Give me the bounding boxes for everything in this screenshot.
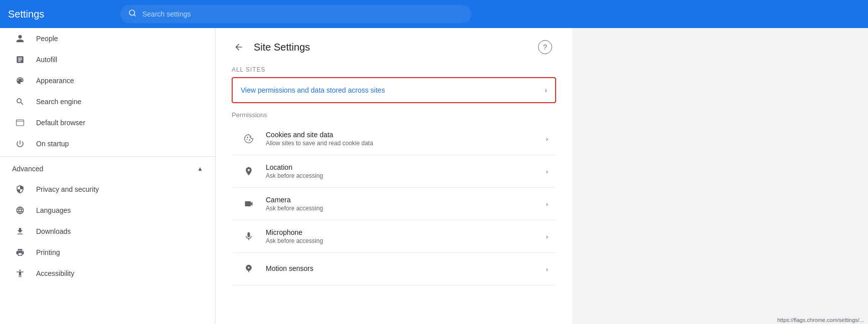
divider	[0, 156, 215, 157]
on-startup-icon	[12, 139, 28, 148]
sidebar: People Autofill Appearance Search engine	[0, 28, 216, 324]
accessibility-icon	[12, 269, 28, 278]
microphone-icon	[240, 227, 258, 245]
sidebar-label-printing: Printing	[36, 248, 60, 256]
sidebar-label-privacy-security: Privacy and security	[36, 185, 99, 193]
advanced-label: Advanced	[12, 165, 43, 173]
sidebar-item-accessibility[interactable]: Accessibility	[0, 263, 215, 284]
svg-point-5	[249, 139, 250, 141]
microphone-subtitle: Ask before accessing	[266, 237, 546, 244]
languages-icon	[12, 206, 28, 215]
advanced-collapse-icon: ▲	[197, 165, 203, 172]
camera-chevron: ›	[546, 200, 548, 208]
camera-title: Camera	[266, 196, 546, 204]
svg-rect-2	[17, 120, 24, 126]
sidebar-item-privacy-security[interactable]: Privacy and security	[0, 179, 215, 200]
back-button[interactable]	[232, 40, 246, 54]
cookies-icon	[240, 130, 258, 148]
cookies-chevron: ›	[546, 135, 548, 143]
sidebar-item-on-startup[interactable]: On startup	[0, 133, 215, 154]
sidebar-advanced-header[interactable]: Advanced ▲	[0, 159, 215, 179]
sidebar-item-autofill[interactable]: Autofill	[0, 49, 215, 70]
sidebar-label-languages: Languages	[36, 206, 71, 214]
sidebar-label-search-engine: Search engine	[36, 98, 81, 106]
motion-sensors-title: Motion sensors	[266, 264, 546, 272]
perm-item-location[interactable]: Location Ask before accessing ›	[232, 155, 556, 188]
cookies-text: Cookies and site data Allow sites to sav…	[266, 131, 546, 147]
location-chevron: ›	[546, 168, 548, 175]
app-title: Settings	[8, 9, 108, 20]
help-icon[interactable]: ?	[538, 40, 552, 54]
motion-sensors-chevron: ›	[546, 265, 548, 273]
sidebar-label-default-browser: Default browser	[36, 119, 85, 127]
right-panel	[572, 28, 868, 324]
location-title: Location	[266, 163, 546, 171]
sidebar-label-autofill: Autofill	[36, 56, 57, 64]
statusbar-url: https://flags.chrome.com/settings/...	[777, 317, 864, 323]
sidebar-label-on-startup: On startup	[36, 140, 69, 148]
motion-sensors-text: Motion sensors	[266, 264, 546, 273]
sidebar-item-people[interactable]: People	[0, 28, 215, 49]
camera-subtitle: Ask before accessing	[266, 205, 546, 212]
microphone-title: Microphone	[266, 228, 546, 236]
sidebar-item-printing[interactable]: Printing	[0, 242, 215, 263]
search-engine-icon	[12, 97, 28, 106]
search-icon	[128, 9, 136, 19]
view-permissions-text: View permissions and data stored across …	[241, 86, 545, 94]
perm-item-motion-sensors[interactable]: Motion sensors ›	[232, 253, 556, 285]
autofill-icon	[12, 55, 28, 64]
content-header: Site Settings ?	[232, 40, 556, 54]
all-sites-label: All sites	[232, 66, 556, 73]
location-icon	[240, 162, 258, 180]
microphone-text: Microphone Ask before accessing	[266, 228, 546, 244]
topbar: Settings	[0, 0, 868, 28]
sidebar-item-downloads[interactable]: Downloads	[0, 221, 215, 242]
appearance-icon	[12, 76, 28, 85]
downloads-icon	[12, 227, 28, 236]
default-browser-icon	[12, 118, 28, 127]
motion-sensors-icon	[240, 260, 258, 278]
printing-icon	[12, 248, 28, 257]
sidebar-item-appearance[interactable]: Appearance	[0, 70, 215, 91]
location-text: Location Ask before accessing	[266, 163, 546, 179]
sidebar-label-appearance: Appearance	[36, 77, 74, 85]
view-permissions-item[interactable]: View permissions and data stored across …	[232, 77, 556, 103]
svg-line-1	[134, 15, 135, 16]
view-permissions-chevron: ›	[545, 86, 547, 94]
perm-item-camera[interactable]: Camera Ask before accessing ›	[232, 188, 556, 220]
person-icon	[12, 34, 28, 43]
sidebar-item-search-engine[interactable]: Search engine	[0, 91, 215, 112]
sidebar-label-downloads: Downloads	[36, 227, 71, 235]
sidebar-item-languages[interactable]: Languages	[0, 200, 215, 221]
main-layout: People Autofill Appearance Search engine	[0, 28, 868, 324]
sidebar-item-default-browser[interactable]: Default browser	[0, 112, 215, 133]
svg-point-4	[247, 137, 248, 138]
cookies-subtitle: Allow sites to save and read cookie data	[266, 140, 546, 147]
permissions-label: Permissions	[232, 111, 556, 119]
camera-text: Camera Ask before accessing	[266, 196, 546, 212]
search-bar[interactable]	[120, 5, 471, 23]
microphone-chevron: ›	[546, 233, 548, 240]
statusbar: https://flags.chrome.com/settings/...	[773, 316, 868, 324]
svg-point-7	[247, 139, 248, 140]
page-title: Site Settings	[254, 42, 310, 53]
location-subtitle: Ask before accessing	[266, 172, 546, 179]
search-input[interactable]	[142, 10, 463, 18]
content-area: Site Settings ? All sites View permissio…	[216, 28, 572, 324]
cookies-title: Cookies and site data	[266, 131, 546, 139]
sidebar-label-people: People	[36, 35, 58, 43]
perm-item-cookies[interactable]: Cookies and site data Allow sites to sav…	[232, 123, 556, 155]
perm-item-microphone[interactable]: Microphone Ask before accessing ›	[232, 220, 556, 253]
sidebar-label-accessibility: Accessibility	[36, 269, 74, 277]
camera-icon	[240, 195, 258, 213]
privacy-security-icon	[12, 185, 28, 194]
content-header-left: Site Settings	[232, 40, 310, 54]
